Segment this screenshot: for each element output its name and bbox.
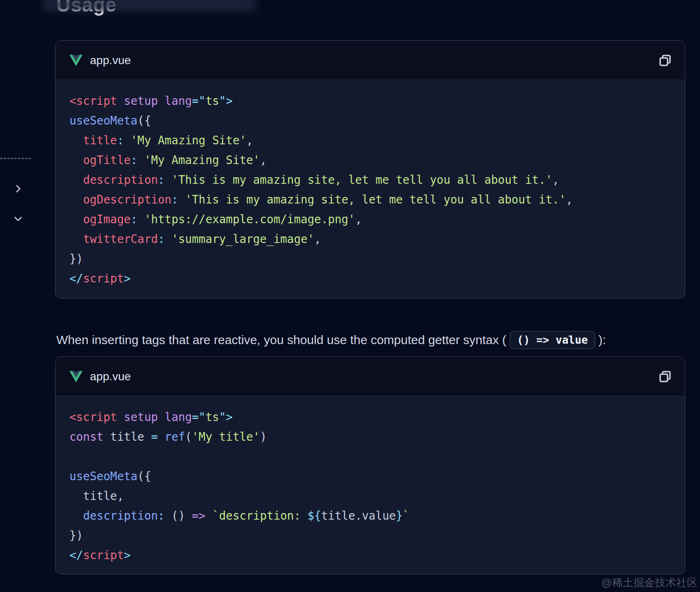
- inline-code-chip: () => value: [510, 331, 595, 349]
- code-line: title,: [69, 486, 671, 506]
- code-line: ogImage: 'https://example.com/image.png'…: [69, 209, 671, 229]
- code-line: useSeoMeta({: [69, 466, 671, 486]
- paragraph-text-before: When inserting tags that are reactive, y…: [56, 333, 507, 347]
- code-line: [69, 446, 671, 466]
- body-paragraph: When inserting tags that are reactive, y…: [56, 328, 689, 352]
- code-filename: app.vue: [90, 370, 131, 383]
- code-line: description: 'This is my amazing site, l…: [69, 170, 671, 190]
- watermark: @稀土掘金技术社区: [601, 576, 698, 590]
- copy-button[interactable]: [656, 368, 674, 386]
- code-line: }): [69, 525, 671, 545]
- code-block: app.vue <script setup lang="ts">const ti…: [55, 356, 685, 574]
- code-content: <script setup lang="ts">const title = re…: [55, 396, 685, 574]
- code-line: ogTitle: 'My Amazing Site',: [69, 150, 671, 170]
- blur-smudge: [43, 0, 256, 12]
- code-block-header: app.vue: [55, 41, 685, 80]
- code-line: </script>: [69, 268, 671, 288]
- code-filename: app.vue: [90, 54, 131, 67]
- vue-logo-icon: [69, 55, 83, 66]
- vue-logo-icon: [69, 371, 83, 382]
- chevron-right-icon[interactable]: [9, 180, 27, 198]
- dashed-divider: [0, 158, 31, 159]
- chevron-down-icon[interactable]: [9, 210, 27, 228]
- paragraph-text-after: ):: [599, 333, 606, 347]
- code-line: }): [69, 249, 671, 268]
- code-content: <script setup lang="ts">useSeoMeta({ tit…: [55, 80, 685, 298]
- code-line: twitterCard: 'summary_large_image',: [69, 229, 671, 249]
- code-line: <script setup lang="ts">: [69, 407, 671, 427]
- code-line: title: 'My Amazing Site',: [69, 130, 671, 150]
- code-line: const title = ref('My title'): [69, 427, 671, 446]
- code-line: description: () => `description: ${title…: [69, 506, 671, 525]
- code-block-header: app.vue: [55, 357, 685, 396]
- code-line: <script setup lang="ts">: [69, 91, 671, 111]
- code-line: </script>: [69, 545, 671, 565]
- code-block: app.vue <script setup lang="ts">useSeoMe…: [55, 40, 685, 298]
- code-line: ogDescription: 'This is my amazing site,…: [69, 190, 671, 209]
- copy-button[interactable]: [656, 51, 674, 69]
- heading-wrap: Usage: [0, 0, 370, 25]
- code-line: useSeoMeta({: [69, 111, 671, 130]
